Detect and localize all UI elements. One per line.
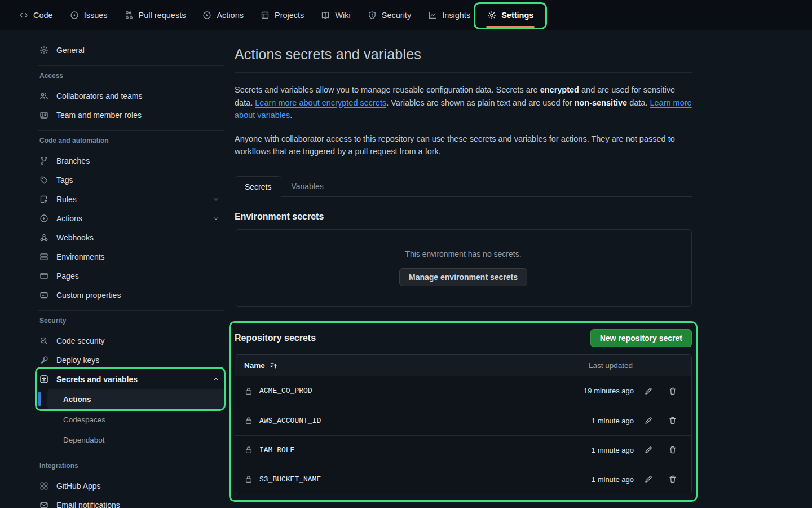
sidebar-item-code-security[interactable]: Code security: [38, 331, 224, 351]
secret-name: IAM_ROLE: [259, 446, 294, 454]
delete-secret-button[interactable]: [663, 441, 682, 458]
repo-nav: Code Issues Pull requests Actions Projec…: [0, 0, 812, 30]
sidebar-item-github-apps[interactable]: GitHub Apps: [38, 476, 224, 496]
sidebar-divider: [38, 65, 224, 66]
repository-secrets-heading: Repository secrets: [235, 333, 316, 343]
delete-secret-button[interactable]: [663, 471, 682, 488]
sidebar-item-webhooks[interactable]: Webhooks: [38, 228, 224, 247]
intro-text: Secrets and variables allow you to manag…: [235, 84, 692, 158]
page-title: Actions secrets and variables: [235, 46, 692, 63]
sidebar-item-collaborators[interactable]: Collaborators and teams: [38, 86, 224, 106]
graph-icon: [428, 11, 437, 20]
play-circle-icon: [202, 11, 211, 20]
sidebar-item-label: Branches: [56, 156, 90, 165]
tag-icon: [39, 176, 48, 185]
lock-icon: [244, 416, 253, 425]
apps-icon: [39, 481, 48, 491]
sidebar-item-secrets-and-variables[interactable]: Secrets and variables: [38, 370, 224, 389]
nav-tab-wiki[interactable]: Wiki: [314, 0, 357, 30]
sidebar-item-deploy-keys[interactable]: Deploy keys: [38, 351, 224, 370]
intro-paragraph-2: Anyone with collaborator access to this …: [235, 133, 692, 158]
webhook-icon: [39, 233, 48, 242]
sidebar-subitem-codespaces[interactable]: Codespaces: [38, 409, 224, 430]
new-repository-secret-button[interactable]: New repository secret: [590, 329, 692, 347]
sidebar-item-label: Secrets and variables: [56, 375, 138, 384]
tab-variables[interactable]: Variables: [281, 176, 333, 196]
nav-tab-actions[interactable]: Actions: [196, 0, 250, 30]
nav-tab-label: Settings: [501, 11, 533, 20]
nav-tab-security[interactable]: Security: [361, 0, 418, 30]
code-icon: [19, 11, 28, 20]
delete-secret-button[interactable]: [663, 412, 682, 429]
sidebar-item-general[interactable]: General: [38, 41, 224, 60]
sidebar-item-label: Codespaces: [63, 415, 105, 424]
key-icon: [39, 356, 48, 365]
edit-secret-button[interactable]: [639, 412, 658, 429]
inline-link[interactable]: Learn more about encrypted secrets: [255, 98, 386, 107]
secrets-table-header: Name Last updated: [235, 355, 691, 376]
secret-last-updated: 1 minute ago: [555, 446, 634, 454]
delete-secret-button[interactable]: [663, 383, 682, 400]
text-segment: encrypted: [540, 85, 579, 94]
environment-secrets-box: This environment has no secrets. Manage …: [235, 229, 692, 307]
sidebar-subitem-dependabot[interactable]: Dependabot: [38, 430, 224, 450]
sidebar-item-tags[interactable]: Tags: [38, 170, 224, 190]
sidebar-item-label: Email notifications: [56, 501, 120, 508]
book-icon: [321, 11, 330, 20]
sidebar-item-custom-properties[interactable]: Custom properties: [38, 286, 224, 305]
edit-secret-button[interactable]: [639, 383, 658, 400]
name-column-header[interactable]: Name: [244, 361, 278, 370]
git-branch-icon: [39, 156, 48, 165]
chevron-down-icon: [212, 214, 220, 222]
nav-tab-issues[interactable]: Issues: [63, 0, 114, 30]
sidebar-item-email-notifications[interactable]: Email notifications: [38, 496, 224, 508]
name-header-label: Name: [244, 361, 265, 370]
key-asterisk-icon: [39, 375, 48, 384]
sidebar-item-branches[interactable]: Branches: [38, 151, 224, 170]
codescan-icon: [39, 336, 48, 345]
manage-environment-secrets-button[interactable]: Manage environment secrets: [399, 268, 527, 286]
play-circle-icon: [39, 214, 48, 223]
text-segment: Secrets and variables allow you to manag…: [235, 85, 540, 94]
nav-tab-insights[interactable]: Insights: [421, 0, 477, 30]
intro-paragraph-1: Secrets and variables allow you to manag…: [235, 84, 692, 122]
sidebar-item-label: Pages: [56, 271, 79, 281]
sidebar-item-label: Team and member roles: [56, 111, 142, 120]
nav-tab-projects[interactable]: Projects: [254, 0, 311, 30]
server-icon: [39, 252, 48, 261]
repository-secrets-header: Repository secrets New repository secret: [235, 329, 692, 347]
nav-tab-settings[interactable]: Settings: [480, 0, 540, 30]
nav-tab-label: Wiki: [335, 11, 350, 20]
sidebar-item-rules[interactable]: Rules: [38, 190, 224, 209]
sidebar-item-pages[interactable]: Pages: [38, 266, 224, 286]
environment-secrets-heading: Environment secrets: [235, 212, 692, 222]
nav-tab-code[interactable]: Code: [12, 0, 60, 30]
gear-icon: [487, 11, 496, 20]
edit-secret-button[interactable]: [639, 441, 658, 458]
table-row: ACME_CO_PROD 19 minutes ago: [235, 376, 691, 406]
settings-content: Actions secrets and variables Secrets an…: [235, 46, 692, 494]
people-icon: [39, 91, 48, 100]
sidebar-item-label: GitHub Apps: [56, 481, 101, 491]
sidebar-subitem-wrap: Actions: [38, 389, 224, 409]
nav-tab-pull-requests[interactable]: Pull requests: [118, 0, 193, 30]
table-row: IAM_ROLE 1 minute ago: [235, 435, 691, 465]
chevron-up-icon: [212, 375, 220, 383]
nav-tab-label: Projects: [275, 11, 304, 20]
shield-icon: [368, 11, 377, 20]
sidebar-item-environments[interactable]: Environments: [38, 247, 224, 266]
text-segment: . Variables are shown as plain text and …: [386, 98, 574, 107]
text-segment: .: [290, 111, 292, 120]
rules-icon: [39, 195, 48, 204]
nav-tab-label: Issues: [84, 11, 108, 20]
tab-secrets[interactable]: Secrets: [235, 176, 281, 197]
sidebar-item-team-member-roles[interactable]: Team and member roles: [38, 106, 224, 125]
settings-sidebar: General Access Collaborators and teams T…: [38, 41, 224, 508]
pull-request-icon: [125, 11, 134, 20]
edit-secret-button[interactable]: [639, 471, 658, 488]
sidebar-item-label: Code security: [56, 336, 105, 345]
table-row: S3_BUCKET_NAME 1 minute ago: [235, 465, 691, 494]
sidebar-item-actions[interactable]: Actions: [38, 209, 224, 228]
sidebar-subitem-actions[interactable]: Actions: [47, 389, 224, 409]
browser-icon: [39, 271, 48, 281]
